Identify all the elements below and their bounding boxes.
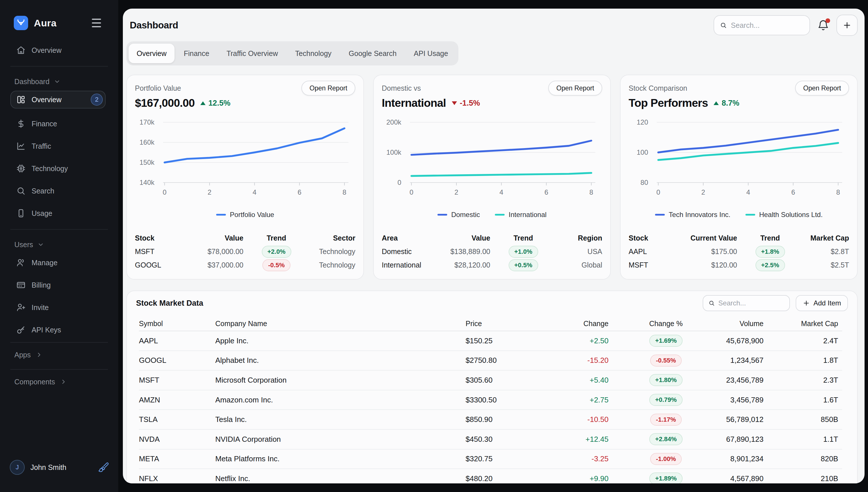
section-components[interactable]: Components (0, 373, 118, 390)
card-chart-1: 200k100k002468 (382, 118, 602, 195)
brand-row: Aura (14, 16, 101, 30)
sidebar-item-search[interactable]: Search (0, 180, 118, 202)
svg-text:2: 2 (701, 188, 705, 195)
key-icon (16, 325, 26, 335)
svg-text:0: 0 (163, 188, 167, 195)
section-users[interactable]: Users (0, 238, 118, 251)
svg-text:8: 8 (342, 188, 346, 195)
card-table-row: GOOGL$37,000.00-0.5%Technology (135, 259, 355, 272)
open-report-button[interactable]: Open Report (301, 81, 355, 96)
market-title: Stock Market Data (136, 299, 203, 308)
svg-text:100k: 100k (386, 148, 402, 156)
sidebar-item-overview[interactable]: Overview (0, 39, 118, 62)
sidebar-item-manage[interactable]: Manage (0, 251, 118, 274)
main-area: Dashboard OverviewFinanceTraffic Overvie… (118, 0, 868, 492)
cpu-icon (16, 164, 26, 173)
market-table-row: METAMeta Platforms Inc.$320.75-3.25-1.00… (139, 449, 842, 469)
card-table: StockCurrent ValueTrendMarket CapAAPL$17… (628, 231, 849, 272)
open-report-button[interactable]: Open Report (795, 81, 849, 96)
divider (10, 229, 108, 230)
svg-text:2: 2 (454, 188, 458, 195)
svg-text:140k: 140k (140, 178, 155, 186)
user-name: John Smith (30, 463, 66, 472)
chevron-right-icon (35, 351, 43, 359)
market-table-row: NVDANVIDIA Corporation$450.30+12.45+2.84… (139, 430, 842, 449)
tab-technology[interactable]: Technology (287, 44, 339, 63)
card-delta: -1.5% (452, 99, 480, 108)
theme-brush-icon[interactable] (98, 462, 108, 472)
user-row[interactable]: J John Smith (0, 460, 118, 475)
card-table-row: Domestic$138,889.00+1.0%USA (382, 245, 602, 259)
svg-text:2: 2 (207, 188, 211, 195)
page-header: Dashboard (126, 14, 858, 36)
plus-icon (842, 21, 852, 30)
svg-text:120: 120 (637, 118, 648, 126)
sidebar-item-invite[interactable]: Invite (0, 296, 118, 319)
svg-text:6: 6 (298, 188, 301, 195)
sidebar-item-api-keys[interactable]: API Keys (0, 319, 118, 341)
divider (10, 66, 108, 67)
tab-bar: OverviewFinanceTraffic OverviewTechnolog… (126, 41, 458, 66)
svg-text:160k: 160k (140, 138, 155, 146)
chevron-down-icon (53, 78, 61, 85)
section-apps[interactable]: Apps (0, 346, 118, 363)
home-icon (16, 45, 26, 55)
tab-google-search[interactable]: Google Search (341, 44, 405, 63)
svg-text:0: 0 (398, 178, 401, 186)
sidebar-item-usage[interactable]: Usage (0, 202, 118, 224)
global-search[interactable] (714, 15, 810, 35)
market-table-row: AAPLApple Inc.$150.25+2.50+1.69%45,678,9… (139, 331, 842, 351)
section-dashboard[interactable]: Dashboard (0, 75, 118, 89)
card-table-row: AAPL$175.00+1.8%$2.8T (628, 245, 849, 259)
chevron-down-icon (37, 241, 45, 248)
triangle-up-icon (200, 101, 205, 105)
badge-count: 2 (91, 94, 103, 106)
market-search-input[interactable] (718, 299, 784, 307)
card-table-row: MSFT$78,000.00+2.0%Technology (135, 245, 355, 259)
notifications-bell[interactable] (817, 20, 829, 31)
svg-text:100: 100 (637, 148, 648, 156)
divider (10, 342, 108, 343)
sidebar-item-technology[interactable]: Technology (0, 157, 118, 180)
open-report-button[interactable]: Open Report (548, 81, 602, 96)
page-title: Dashboard (130, 20, 178, 31)
tab-api-usage[interactable]: API Usage (406, 44, 456, 63)
menu-icon[interactable] (92, 18, 101, 28)
card-delta: 8.7% (714, 99, 739, 108)
sidebar-item-traffic[interactable]: Traffic (0, 135, 118, 157)
tab-traffic-overview[interactable]: Traffic Overview (218, 44, 286, 63)
card-chart-0: 170k160k150k140k02468 (135, 118, 355, 195)
layout-dashboard-icon (16, 95, 26, 104)
card-kicker: Portfolio Value (135, 84, 181, 93)
card-delta: 12.5% (200, 99, 230, 108)
add-item-button[interactable]: Add Item (796, 295, 848, 311)
sidebar-item-finance[interactable]: Finance (0, 113, 118, 135)
search-input[interactable] (731, 21, 804, 29)
users-icon (16, 258, 26, 268)
svg-text:150k: 150k (140, 158, 155, 166)
svg-text:6: 6 (545, 188, 548, 195)
card-value: International (382, 97, 446, 109)
content-panel: Dashboard OverviewFinanceTraffic Overvie… (123, 8, 865, 484)
aura-logo-icon (14, 16, 28, 30)
user-plus-icon (16, 302, 26, 312)
svg-text:0: 0 (410, 188, 413, 195)
svg-text:8: 8 (589, 188, 593, 195)
card-kicker: Stock Comparison (628, 84, 687, 93)
market-table-row: TSLATesla Inc.$850.90-10.50-1.17%56,789,… (139, 410, 842, 430)
tab-overview[interactable]: Overview (129, 44, 175, 63)
search-icon (709, 299, 715, 307)
triangle-down-icon (452, 101, 457, 105)
avatar: J (10, 460, 25, 475)
chart-legend: Portfolio Value (135, 209, 355, 220)
market-search[interactable] (703, 295, 790, 311)
add-button[interactable] (837, 15, 858, 36)
chart-legend: Tech Innovators Inc.Health Solutions Ltd… (628, 209, 849, 220)
svg-text:4: 4 (253, 188, 256, 195)
card-value: Top Performers (628, 97, 708, 109)
tab-finance[interactable]: Finance (176, 44, 217, 63)
svg-text:170k: 170k (140, 118, 155, 126)
sidebar-item-overview[interactable]: Overview2 (10, 91, 106, 108)
sidebar-item-billing[interactable]: Billing (0, 274, 118, 296)
svg-text:4: 4 (746, 188, 750, 195)
